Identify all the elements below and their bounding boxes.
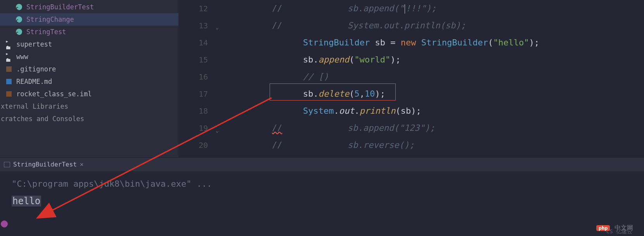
console-command: "C:\program apps\jdk8\bin\java.exe" ... bbox=[12, 179, 639, 189]
console-output[interactable]: "C:\program apps\jdk8\bin\java.exe" ... … bbox=[0, 171, 644, 236]
code-line[interactable]: //sb.append("!!!"); bbox=[221, 0, 644, 17]
folder-icon: ▸ 🖿 bbox=[5, 53, 12, 60]
tree-item[interactable]: StringTest bbox=[0, 26, 178, 38]
tree-item-label: rocket_class_se.iml bbox=[16, 90, 92, 98]
tree-item[interactable]: StringChange bbox=[0, 13, 178, 26]
tree-item-label: .gitignore bbox=[16, 65, 56, 73]
code-line[interactable]: // [) bbox=[221, 68, 644, 85]
code-line[interactable]: System.out.println(sb); bbox=[221, 102, 644, 120]
tree-item[interactable]: .gitignore bbox=[0, 63, 178, 75]
gitignore-icon bbox=[5, 66, 12, 73]
line-number: 19 bbox=[178, 120, 208, 137]
line-number: 15 bbox=[178, 51, 208, 68]
fold-icon[interactable]: ⌄ bbox=[216, 122, 219, 139]
line-number: 13 bbox=[178, 17, 208, 34]
code-area[interactable]: //sb.append("!!!");//System.out.println(… bbox=[221, 0, 644, 157]
class-icon bbox=[16, 16, 23, 23]
tree-item-label: README.md bbox=[16, 78, 52, 85]
tree-item[interactable]: ▸ 🖿www bbox=[0, 50, 178, 63]
code-line[interactable]: StringBuilder sb = new StringBuilder("he… bbox=[221, 34, 644, 51]
tree-root[interactable]: cratches and Consoles bbox=[0, 113, 178, 125]
code-editor[interactable]: 121314151617181920⌄⌄ //sb.append("!!!");… bbox=[178, 0, 644, 157]
close-icon[interactable]: × bbox=[80, 161, 84, 168]
tree-item[interactable]: rocket_class_se.iml bbox=[0, 88, 178, 100]
tree-item-label: StringBuilderTest bbox=[26, 3, 94, 11]
tree-item[interactable]: StringBuilderTest bbox=[0, 1, 178, 13]
line-gutter: 121314151617181920⌄⌄ bbox=[178, 0, 221, 157]
breakpoint-icon bbox=[1, 220, 8, 227]
run-tool-tab-bar[interactable]: StringBuilderTest × bbox=[0, 157, 644, 171]
watermark-brand: php bbox=[596, 225, 610, 231]
console-stdout: hello bbox=[12, 196, 41, 206]
class-icon bbox=[16, 3, 23, 10]
watermark: php 中文网 bbox=[596, 224, 633, 232]
tree-item[interactable]: README.md bbox=[0, 75, 178, 88]
code-line[interactable]: sb.delete(5,10); bbox=[221, 85, 644, 102]
tree-item-label: StringTest bbox=[26, 28, 66, 36]
class-icon bbox=[16, 28, 23, 35]
code-line[interactable]: sb.append("world"); bbox=[221, 51, 644, 68]
code-line[interactable]: //sb.reverse(); bbox=[221, 137, 644, 154]
tree-item-label: StringChange bbox=[26, 16, 74, 23]
readme-icon bbox=[5, 78, 12, 85]
project-tree[interactable]: StringBuilderTestStringChangeStringTest▸… bbox=[0, 0, 178, 157]
tree-item[interactable]: ▸ 🖿supertest bbox=[0, 38, 178, 50]
line-number: 14 bbox=[178, 34, 208, 51]
fold-icon[interactable]: ⌄ bbox=[216, 19, 219, 36]
code-line[interactable]: //System.out.println(sb); bbox=[221, 17, 644, 34]
terminal-icon bbox=[4, 162, 10, 167]
tree-root[interactable]: xternal Libraries bbox=[0, 100, 178, 113]
run-tab[interactable]: StringBuilderTest × bbox=[4, 161, 83, 168]
line-number: 18 bbox=[178, 102, 208, 120]
line-number: 20 bbox=[178, 137, 208, 154]
code-line[interactable]: //sb.append("123"); bbox=[221, 120, 644, 137]
iml-icon bbox=[5, 90, 12, 97]
watermark-cn: 中文网 bbox=[615, 224, 633, 231]
tree-item-label: www bbox=[16, 53, 28, 61]
folder-icon: ▸ 🖿 bbox=[5, 41, 12, 48]
line-number: 17 bbox=[178, 85, 208, 102]
line-number: 16 bbox=[178, 68, 208, 85]
tree-item-label: supertest bbox=[16, 40, 52, 48]
run-tab-label: StringBuilderTest bbox=[13, 161, 77, 168]
line-number: 12 bbox=[178, 0, 208, 17]
